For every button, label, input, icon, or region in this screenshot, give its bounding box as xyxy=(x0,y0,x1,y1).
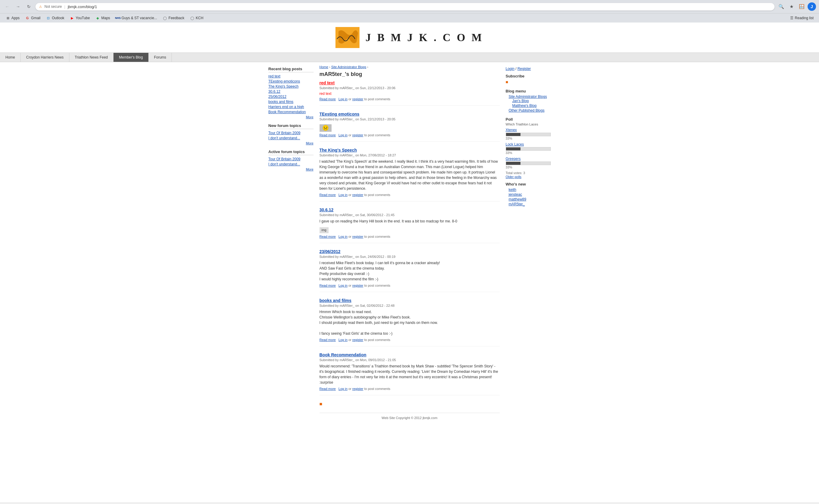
nav-members-blog[interactable]: Member's Blog xyxy=(113,53,149,62)
whonew-matthew89[interactable]: matthew89 xyxy=(509,197,527,201)
new-forum-title: New forum topics xyxy=(268,123,313,129)
bookmark-feedback-label: Feedback xyxy=(168,16,184,20)
log-in-30612[interactable]: Log in xyxy=(338,235,347,238)
read-more-testing[interactable]: Read more xyxy=(319,133,336,137)
post-title-books[interactable]: books and films xyxy=(319,298,500,303)
active-forum-link-2[interactable]: I don't understand... xyxy=(268,162,300,166)
poll-greepers-label[interactable]: Greepers xyxy=(506,157,551,161)
bookmark-youtube[interactable]: ▶ YouTube xyxy=(67,15,92,21)
forward-button[interactable]: → xyxy=(14,2,22,11)
other-blogs-link[interactable]: Other Published Blogs xyxy=(509,108,545,113)
recent-post-link-8[interactable]: Book Recommendation xyxy=(268,110,306,114)
register-kings[interactable]: register xyxy=(352,193,363,197)
bookmark-guys[interactable]: NHS Guys & ST vacancie... xyxy=(113,15,160,21)
extensions-button[interactable]: 🪟 xyxy=(797,2,806,11)
active-forum-link-1[interactable]: Tour Of Britain 2009 xyxy=(268,157,301,161)
log-in-23062012[interactable]: Log in xyxy=(338,284,347,287)
register-book-rec[interactable]: register xyxy=(352,387,363,391)
register-books[interactable]: register xyxy=(352,338,363,342)
post-content-red-text: red text xyxy=(319,92,500,96)
recent-post-link-7[interactable]: Harriers end on a high xyxy=(268,105,304,109)
post-title-red-text[interactable]: red text xyxy=(319,80,500,85)
read-more-red-text[interactable]: Read more xyxy=(319,97,336,101)
whonew-jensteac[interactable]: jensteac xyxy=(509,192,522,197)
recent-post-link-4[interactable]: 30.6.12 xyxy=(268,89,280,94)
older-polls-link[interactable]: Older polls xyxy=(506,175,522,179)
log-in-testing[interactable]: Log in xyxy=(338,133,347,137)
new-forum-link-2[interactable]: I don't understand... xyxy=(268,136,300,140)
reload-button[interactable]: ↻ xyxy=(25,2,33,11)
address-bar[interactable]: ⚠ Not secure | jbmjk.com/blog/1 xyxy=(35,3,775,11)
rss-subscribe-icon[interactable]: ■ xyxy=(506,80,508,84)
post-title-23062012[interactable]: 23/06/2012 xyxy=(319,249,500,254)
log-in-red-text[interactable]: Log in xyxy=(338,97,347,101)
active-forum-more[interactable]: More xyxy=(268,167,313,171)
breadcrumb-separator: › xyxy=(329,65,331,69)
post-title-book-rec[interactable]: Book Recommendation xyxy=(319,352,500,357)
recent-posts-list: red text TEesting emoticons The King's S… xyxy=(268,74,313,114)
new-forum-link-1[interactable]: Tour Of Britain 2009 xyxy=(268,131,301,135)
whonew-mar5ter[interactable]: mAR5ter_ xyxy=(509,202,525,206)
read-more-30612[interactable]: Read more xyxy=(319,235,336,238)
breadcrumb-site-admin[interactable]: Site Administrator Blogs xyxy=(331,65,366,69)
right-sidebar: Login / Register Subscribe ■ Blog menu S… xyxy=(503,65,551,423)
frown-icon xyxy=(319,124,331,132)
nav-forums[interactable]: Forums xyxy=(149,53,172,62)
poll-xtenex-label[interactable]: Xtenex xyxy=(506,128,551,132)
log-in-book-rec[interactable]: Log in xyxy=(338,387,347,391)
post-title-kings[interactable]: The King's Speech xyxy=(319,148,500,152)
bookmark-feedback[interactable]: ◯ Feedback xyxy=(160,15,187,21)
nav-triathlon[interactable]: Triathlon News Feed xyxy=(69,53,113,62)
bookmark-outlook[interactable]: ⊡ Outlook xyxy=(44,15,67,21)
or-label-2: or xyxy=(348,133,352,137)
bookmark-kch[interactable]: ◯ KCH xyxy=(187,15,206,21)
recent-post-link-6[interactable]: books and films xyxy=(268,100,293,104)
poll-locklaces-label[interactable]: Lock Laces xyxy=(506,142,551,146)
register-30612[interactable]: register xyxy=(352,235,363,238)
register-testing[interactable]: register xyxy=(352,133,363,137)
slash-separator: / xyxy=(515,67,516,71)
log-in-kings[interactable]: Log in xyxy=(338,193,347,197)
post-comments-label-4: to post comments xyxy=(364,235,390,238)
register-red-text[interactable]: register xyxy=(352,97,363,101)
recent-posts-more[interactable]: More xyxy=(268,115,313,119)
site-admin-blogs-link[interactable]: Site Administrator Blogs xyxy=(509,95,547,99)
reading-list-button[interactable]: ☰ Reading list xyxy=(788,15,816,21)
profile-avatar[interactable]: J xyxy=(808,2,816,11)
matthews-blog-link[interactable]: Matthew's Blog xyxy=(512,104,537,108)
post-comments-label-6: to post comments xyxy=(364,338,390,342)
jans-blog-link[interactable]: Jan's Blog xyxy=(512,99,529,103)
recent-post-link-5[interactable]: 25/06/2012 xyxy=(268,95,286,99)
nav-croydon[interactable]: Croydon Harriers News xyxy=(21,53,69,62)
page-content: J B M J K . C O M Home Croydon Harriers … xyxy=(0,23,819,502)
poll-option-greepers: Greepers 33% xyxy=(506,157,551,169)
whonew-keith[interactable]: keith xyxy=(509,188,516,192)
site-header: J B M J K . C O M xyxy=(0,23,819,53)
breadcrumb-home[interactable]: Home xyxy=(319,65,328,69)
recent-post-link-1[interactable]: red text xyxy=(268,74,280,78)
bookmark-maps[interactable]: ◆ Maps xyxy=(93,15,112,21)
recent-post-link-2[interactable]: TEesting emoticons xyxy=(268,79,300,83)
read-more-23062012[interactable]: Read more xyxy=(319,284,336,287)
login-register-section: Login / Register xyxy=(506,67,551,71)
blog-post-23062012: 23/06/2012 Submitted by mAR5ter_ on Sun,… xyxy=(319,249,500,292)
read-more-book-rec[interactable]: Read more xyxy=(319,387,336,391)
list-item: 25/06/2012 xyxy=(268,95,313,99)
post-title-30612[interactable]: 30.6.12 xyxy=(319,207,500,212)
bookmark-button[interactable]: ★ xyxy=(787,2,796,11)
post-title-testing[interactable]: TEesting emoticons xyxy=(319,112,500,116)
new-forum-more[interactable]: More xyxy=(268,141,313,145)
bookmark-apps[interactable]: ⊞ Apps xyxy=(3,15,22,21)
log-in-books[interactable]: Log in xyxy=(338,338,347,342)
bookmark-gmail[interactable]: G Gmail xyxy=(23,15,43,21)
nav-home[interactable]: Home xyxy=(0,53,21,62)
back-button[interactable]: ← xyxy=(3,2,11,11)
search-button[interactable]: 🔍 xyxy=(777,2,785,11)
read-more-books[interactable]: Read more xyxy=(319,338,336,342)
register-link[interactable]: Register xyxy=(518,67,531,71)
register-23062012[interactable]: register xyxy=(352,284,363,287)
recent-post-link-3[interactable]: The King's Speech xyxy=(268,84,298,89)
rss-bottom-icon[interactable]: ■ xyxy=(319,401,322,406)
read-more-kings[interactable]: Read more xyxy=(319,193,336,197)
login-link[interactable]: Login xyxy=(506,67,515,71)
